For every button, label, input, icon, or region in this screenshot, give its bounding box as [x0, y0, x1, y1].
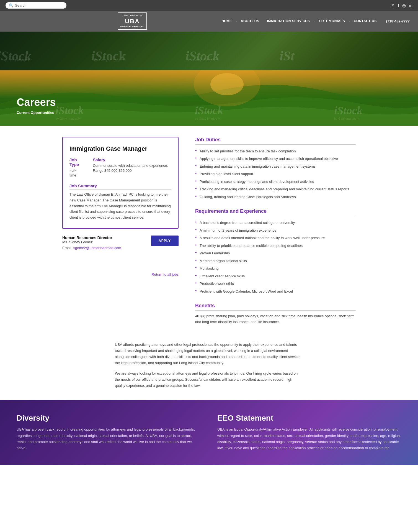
watermark-sub-1: by Getty Images™	[3, 58, 33, 62]
body-text-section: UBA affords practicing attorneys and oth…	[98, 342, 320, 389]
hero-content: Careers Current Opportunities	[0, 96, 418, 115]
watermark-4: iSt	[280, 48, 294, 63]
list-item: Providing high level client support	[195, 170, 356, 178]
job-summary-heading: Job Summary	[69, 183, 171, 190]
apply-button[interactable]: APPLY	[151, 236, 179, 246]
logo-nav: LAW OFFICE OF UBA USMAN B. AHMAD, PC HOM…	[0, 11, 418, 32]
main-content: Immigration Case Manager Job Type Full-t…	[57, 126, 361, 336]
job-card: Immigration Case Manager Job Type Full-t…	[62, 137, 179, 229]
duties-list: Ability to set priorities for the team t…	[195, 147, 356, 201]
job-summary-text: The Law Office of Usman B. Ahmad, PC is …	[69, 192, 171, 221]
job-meta: Job Type Full-time Salary Commensurate w…	[69, 157, 171, 178]
linkedin-icon[interactable]: in	[409, 3, 412, 8]
job-type-group: Job Type Full-time	[69, 157, 82, 178]
hr-name: Ms. Sidney Gomez	[62, 240, 121, 244]
job-type-label: Job Type	[69, 157, 82, 167]
requirements-title: Requirements and Experience	[195, 208, 356, 216]
phone-number: (718)482-7777	[386, 19, 410, 23]
list-item: Productive work ethic	[195, 280, 356, 288]
benefits-text: 401(k) profit sharing plan, paid holiday…	[195, 313, 356, 325]
list-item: Tracking and managing critical deadlines…	[195, 185, 356, 193]
logo-subtitle: USMAN B. AHMAD, PC	[120, 25, 145, 28]
list-item: Entering and maintaining data in immigra…	[195, 163, 356, 170]
top-bar: 🔍 𝕏 f ◎ in	[0, 0, 418, 11]
facebook-icon[interactable]: f	[398, 3, 399, 8]
search-input[interactable]	[15, 3, 63, 7]
requirements-list: A bachelor's degree from an accredited c…	[195, 219, 356, 295]
nav-about[interactable]: ABOUT US	[237, 19, 263, 23]
list-item: Guiding, training and leading Case Paral…	[195, 193, 356, 201]
hr-title-text: Human Resources Director	[62, 236, 121, 240]
social-icons: 𝕏 f ◎ in	[391, 3, 412, 8]
duties-title: Job Duties	[195, 137, 356, 145]
hero-subtitle: Current Opportunities	[17, 111, 401, 115]
return-link-container: Return to all jobs	[62, 272, 179, 277]
diversity-text: UBA has a proven track record in creatin…	[17, 426, 201, 451]
list-item: Excellent client service skills	[195, 272, 356, 280]
contact-section: Human Resources Director Ms. Sidney Gome…	[62, 236, 179, 250]
nav-testimonials[interactable]: TESTIMONIALS	[315, 19, 349, 23]
eeo-title: EEO Statement	[217, 414, 401, 423]
list-item: A minimum of 2 years of immigration expe…	[195, 227, 356, 234]
eeo-text: UBA is an Equal Opportunity/Affirmative …	[217, 426, 401, 451]
list-item: Applying management skills to improve ef…	[195, 155, 356, 163]
search-icon: 🔍	[9, 3, 13, 7]
salary-value: Commensurate with education and experien…	[93, 163, 171, 173]
list-item: Proven Leadership	[195, 249, 356, 257]
email-link[interactable]: sgomez@usmanbahmad.com	[73, 246, 121, 250]
salary-group: Salary Commensurate with education and e…	[93, 157, 171, 178]
list-item: Mastered organizational skills	[195, 257, 356, 265]
job-title: Immigration Case Manager	[69, 145, 171, 152]
footer-section: Diversity UBA has a proven track record …	[0, 400, 418, 465]
list-item: Ability to set priorities for the team t…	[195, 147, 356, 155]
benefits-title: Benefits	[195, 303, 356, 311]
list-item: Multitasking	[195, 265, 356, 272]
list-item: The ability to prioritize and balance mu…	[195, 242, 356, 250]
body-para-1: UBA affords practicing attorneys and oth…	[115, 342, 303, 366]
list-item: Participating in case strategy meetings …	[195, 178, 356, 186]
right-column: Job Duties Ability to set priorities for…	[195, 137, 356, 325]
list-item: A bachelor's degree from an accredited c…	[195, 219, 356, 227]
logo-tagline: LAW OFFICE OF	[120, 14, 145, 17]
watermark-sub-2: by Getty Images™	[94, 58, 124, 62]
search-box[interactable]: 🔍	[6, 2, 66, 9]
eeo-col: EEO Statement UBA is an Equal Opportunit…	[217, 414, 401, 451]
watermark-sub-3: by Getty Images™	[188, 58, 218, 62]
salary-label: Salary	[93, 157, 171, 162]
list-item: Proficient with Google Calendar, Microso…	[195, 288, 356, 295]
diversity-col: Diversity UBA has a proven track record …	[17, 414, 201, 451]
hero-section: iStock iStock iStock iSt by Getty Images…	[0, 32, 418, 126]
main-nav: HOME ● ABOUT US IMMIGRATION SERVICES ● T…	[218, 19, 410, 23]
email-label: Email	[62, 246, 71, 250]
job-type-value: Full-time	[69, 168, 82, 178]
list-item: A results and detail oriented outlook an…	[195, 234, 356, 242]
twitter-icon[interactable]: 𝕏	[391, 3, 394, 8]
logo: LAW OFFICE OF UBA USMAN B. AHMAD, PC	[118, 12, 147, 30]
hr-info: Human Resources Director Ms. Sidney Gome…	[62, 236, 121, 250]
nav-contact[interactable]: CONTACT US	[350, 19, 381, 23]
left-column: Immigration Case Manager Job Type Full-t…	[62, 137, 179, 325]
logo-name: UBA	[120, 17, 145, 25]
instagram-icon[interactable]: ◎	[402, 3, 406, 8]
body-para-2: We are always looking for exceptional at…	[115, 370, 303, 389]
nav-home[interactable]: HOME	[218, 19, 236, 23]
hr-email: Email sgomez@usmanbahmad.com	[62, 246, 121, 250]
return-link[interactable]: Return to all jobs	[151, 272, 179, 277]
nav-immigration[interactable]: IMMIGRATION SERVICES	[263, 19, 314, 23]
diversity-title: Diversity	[17, 414, 201, 423]
hero-title: Careers	[17, 96, 401, 108]
